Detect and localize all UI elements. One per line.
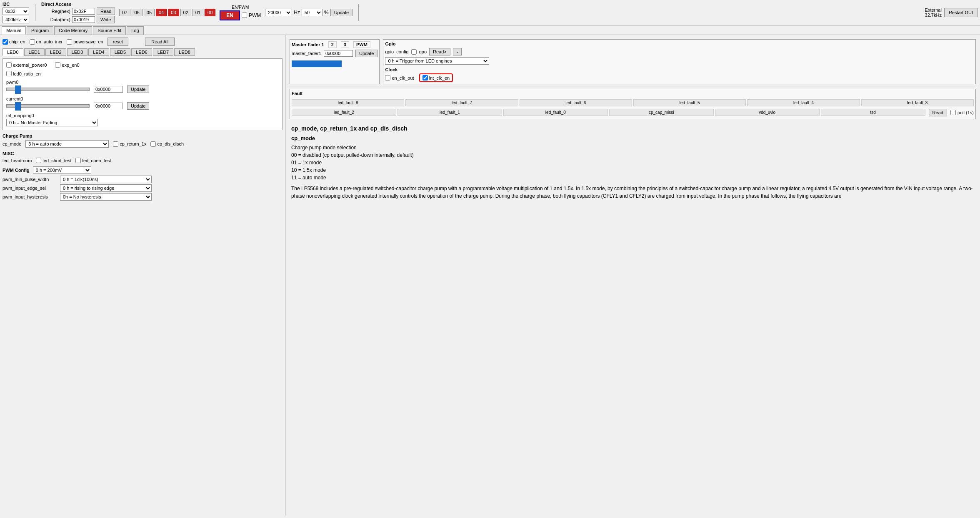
pwm-hysteresis-row: pwm_input_hysteresis 0h = No hysteresis … (2, 193, 282, 201)
gpio-dash-button[interactable]: - (453, 48, 462, 55)
top-bar: I2C 0x32 400kHz Direct Access Reg(hex) R… (0, 0, 980, 25)
led-open-test-checkbox[interactable] (75, 158, 81, 163)
led-headroom-label: led_headroom (2, 158, 32, 163)
i2c-address-select[interactable]: 0x32 (2, 8, 29, 15)
pwm0-slider-thumb[interactable] (15, 85, 21, 94)
fault-item-0: led_fault_0 (503, 109, 608, 116)
gpio-section: Gpio gpio_config gpo Read> - 0 h = Trigg… (383, 39, 976, 84)
cp-return-1x-checkbox[interactable] (113, 141, 118, 147)
en-auto-incr-checkbox[interactable] (30, 39, 35, 45)
fault-read-button[interactable]: Read (929, 109, 947, 116)
gpio-read-button[interactable]: Read> (429, 48, 450, 55)
read-all-button[interactable]: Read All (145, 38, 175, 46)
pwm-checkbox[interactable] (242, 13, 247, 18)
gpo-checkbox[interactable] (411, 49, 417, 55)
int-clk-en-checkbox[interactable] (422, 75, 428, 80)
poll-checkbox[interactable] (950, 110, 956, 115)
led-tab-0[interactable]: LED0 (2, 48, 23, 56)
powersave-en-checkbox[interactable] (67, 39, 72, 45)
en-button[interactable]: EN (220, 10, 240, 20)
tab-source-edit[interactable]: Source Edit (93, 26, 126, 35)
pwm-input-edge-select[interactable]: 0 h = rising to rising edge 1 h = rising… (60, 184, 152, 192)
reg-btn-02[interactable]: 02 (180, 9, 191, 16)
tab-manual[interactable]: Manual (2, 26, 26, 35)
mf-tab3[interactable]: 3 (341, 41, 349, 48)
reg-row: Reg(hex) Read (41, 8, 115, 15)
cp-mode-select[interactable]: 3 h = auto mode 0 h = disabled 1 h = 1x … (25, 140, 109, 148)
external-freq: 32.7kHz (925, 13, 942, 18)
pct-select[interactable]: 50 (302, 9, 322, 16)
external-power0-checkbox[interactable] (6, 62, 12, 68)
led-tab-3[interactable]: LED3 (67, 48, 88, 56)
current0-update-button[interactable]: Update (127, 102, 149, 110)
reg-btn-03[interactable]: 03 (168, 9, 179, 16)
data-input[interactable] (72, 16, 95, 23)
master-fader-section: Master Fader 1 2 3 PWM master_fader1 Upd… (290, 39, 380, 84)
en-clk-out-item: en_clk_out (385, 75, 414, 80)
pwm-config-select[interactable]: 0 h = 200mV 1 h = 300mV (33, 166, 91, 174)
master-fader1-update-button[interactable]: Update (355, 50, 378, 57)
led-short-test-checkbox[interactable] (36, 158, 41, 163)
main-content: chip_en en_auto_incr powersave_en reset … (0, 35, 980, 515)
pct-unit: % (324, 10, 329, 15)
exp-en0-label: exp_en0 (62, 63, 79, 68)
led-tab-1[interactable]: LED1 (24, 48, 45, 56)
restart-gui-button[interactable]: Restart GUI (944, 8, 978, 17)
fault-item-2: led_fault_2 (292, 109, 396, 116)
hz-select[interactable]: 20000 (265, 9, 292, 16)
mf-pwm-tab[interactable]: PWM (353, 41, 370, 48)
reg-btn-07[interactable]: 07 (119, 9, 130, 16)
pwm0-update-button[interactable]: Update (127, 85, 149, 93)
reg-label: Reg(hex) (41, 9, 70, 14)
reg-btn-05[interactable]: 05 (144, 9, 155, 16)
led-tab-6[interactable]: LED6 (131, 48, 152, 56)
led-tab-2[interactable]: LED2 (45, 48, 66, 56)
gpio-config-select[interactable]: 0 h = Trigger from LED engines 1 h = GPO… (385, 57, 489, 65)
pwm0-value-input[interactable] (94, 86, 123, 93)
write-button[interactable]: Write (97, 16, 115, 23)
doc-subtitle: cp_mode (291, 135, 974, 141)
led-open-test-item: led_open_test (75, 158, 111, 163)
reset-button[interactable]: reset (108, 38, 128, 46)
chip-en-checkbox[interactable] (2, 39, 8, 45)
read-button[interactable]: Read (97, 8, 115, 15)
led0-ratio-en-item: led0_ratio_en (6, 71, 279, 76)
tab-log[interactable]: Log (127, 26, 143, 35)
powersave-en-item: powersave_en (67, 39, 103, 45)
pwm-hysteresis-select[interactable]: 0h = No hysteresis 1h = hysteresis on (60, 193, 152, 201)
reg-btn-04[interactable]: 04 (156, 9, 167, 16)
direct-access-label: Direct Access (41, 2, 115, 7)
pwm-min-pulse-select[interactable]: 0 h = 1clk(100ns) 1 h = 2clk(200ns) (60, 176, 152, 183)
mf-mapping0-select[interactable]: 0 h = No Master Fading 1 h = Master Fade… (6, 119, 98, 126)
reg-btn-00[interactable]: 00 (205, 9, 215, 16)
current0-value-input[interactable] (94, 103, 123, 109)
cp-return-1x-label: cp_return_1x (120, 141, 146, 146)
en-pwm-update-button[interactable]: Update (330, 9, 352, 16)
fault-item-4: led_fault_4 (747, 99, 860, 106)
reg-input[interactable] (72, 8, 95, 15)
tab-program[interactable]: Program (27, 26, 53, 35)
led-tab-4[interactable]: LED4 (88, 48, 109, 56)
led0-ratio-en-checkbox[interactable] (6, 71, 12, 76)
led0-ratio-en-label: led0_ratio_en (13, 71, 41, 76)
cp-dis-disch-checkbox[interactable] (150, 141, 156, 147)
separator2 (358, 4, 359, 21)
i2c-freq-select[interactable]: 400kHz (2, 16, 29, 23)
pwm-config-section: PWM Config 0 h = 200mV 1 h = 300mV pwm_m… (2, 166, 282, 201)
cp-dis-disch-item: cp_dis_disch (150, 141, 184, 147)
led-tab-7[interactable]: LED7 (153, 48, 174, 56)
current0-slider-thumb[interactable] (15, 102, 21, 111)
master-fader1-row: master_fader1 Update (292, 50, 378, 57)
led-tab-8[interactable]: LED8 (174, 48, 195, 56)
exp-en0-checkbox[interactable] (55, 62, 60, 68)
mf-tab2[interactable]: 2 (328, 41, 337, 48)
master-fader-slider[interactable] (292, 60, 342, 67)
fault-section: Fault led_fault_8 led_fault_7 led_fault_… (290, 89, 976, 119)
led-tab-5[interactable]: LED5 (110, 48, 131, 56)
reg-btn-06[interactable]: 06 (132, 9, 142, 16)
data-row: Data(hex) Write (41, 16, 115, 23)
reg-btn-01[interactable]: 01 (192, 9, 203, 16)
en-clk-out-checkbox[interactable] (385, 75, 390, 80)
tab-code-memory[interactable]: Code Memory (54, 26, 92, 35)
master-fader1-input[interactable] (324, 50, 353, 57)
